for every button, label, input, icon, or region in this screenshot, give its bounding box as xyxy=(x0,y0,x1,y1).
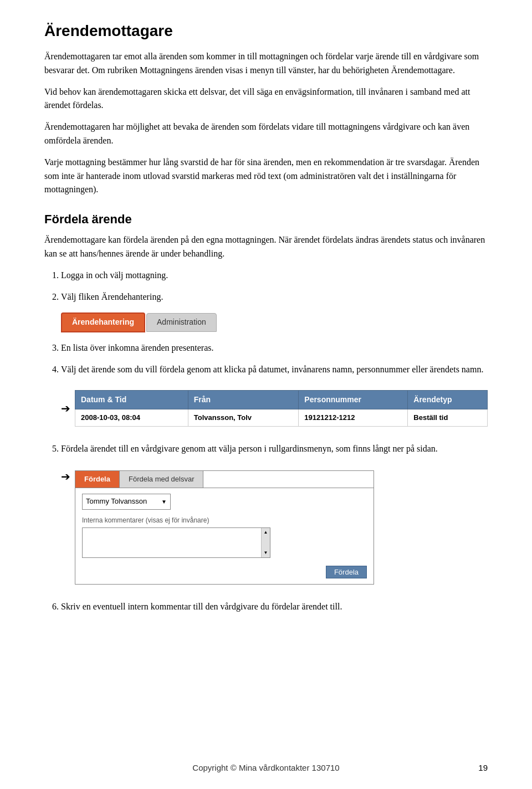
select-value: Tommy Tolvansson xyxy=(86,496,147,507)
fordela-bottom-row: Fördela xyxy=(82,566,367,578)
textarea-wrapper: ▲ ▼ xyxy=(82,527,270,558)
col-fran: Från xyxy=(188,390,298,409)
scroll-up-icon: ▲ xyxy=(264,529,268,536)
comment-textarea[interactable]: ▲ ▼ xyxy=(82,527,270,558)
fordela-select-row: Tommy Tolvansson ▼ xyxy=(82,494,367,509)
page-number: 19 xyxy=(478,763,488,772)
paragraph-3: Ärendemottagaren har möjlighet att bevak… xyxy=(44,120,488,148)
fordela-select[interactable]: Tommy Tolvansson ▼ xyxy=(82,494,171,509)
tab-screenshot: Ärendehantering Administration xyxy=(61,312,488,332)
tab-arendehantering: Ärendehantering xyxy=(61,312,145,332)
step-3: En lista över inkomna ärenden presentera… xyxy=(61,341,488,355)
fordela-widget: Fördela Fördela med delsvar Tommy Tolvan… xyxy=(75,470,374,585)
fordela-tab-delsvar[interactable]: Fördela med delsvar xyxy=(120,471,204,488)
cell-arendetyp: Beställ tid xyxy=(408,409,488,427)
dropdown-icon: ▼ xyxy=(161,498,167,506)
scrollbar: ▲ ▼ xyxy=(261,528,270,557)
page-title: Ärendemottagare xyxy=(44,22,488,40)
step-6: Skriv en eventuell intern kommentar till… xyxy=(61,600,488,614)
footer: Copyright © Mina vårdkontakter 130710 xyxy=(0,763,532,772)
fordela-submit-button[interactable]: Fördela xyxy=(326,566,367,578)
fordela-body: Tommy Tolvansson ▼ Interna kommentarer (… xyxy=(75,488,374,584)
copyright-text: Copyright © Mina vårdkontakter 130710 xyxy=(192,763,339,772)
step-2: Välj fliken Ärendehantering. Ärendehante… xyxy=(61,290,488,332)
cases-table: Datum & Tid Från Personnummer Ärendetyp … xyxy=(75,390,488,427)
step-5: Fördela ärendet till en vårdgivare genom… xyxy=(61,442,488,592)
cell-personnummer: 19121212-1212 xyxy=(299,409,408,427)
col-arendetyp: Ärendetyp xyxy=(408,390,488,409)
col-datum: Datum & Tid xyxy=(75,390,188,409)
col-personnummer: Personnummer xyxy=(299,390,408,409)
fordela-tab-active[interactable]: Fördela xyxy=(75,471,120,488)
tab-administration: Administration xyxy=(146,313,217,332)
step-1: Logga in och välj mottagning. xyxy=(61,269,488,283)
fordela-intro: Ärendemottagare kan fördela ärenden på d… xyxy=(44,233,488,261)
cell-fran: Tolvansson, Tolv xyxy=(188,409,298,427)
cell-datum: 2008-10-03, 08:04 xyxy=(75,409,188,427)
arrow-icon: ➔ xyxy=(61,400,70,417)
fordela-tabs: Fördela Fördela med delsvar xyxy=(75,471,374,488)
steps-list: Logga in och välj mottagning. Välj flike… xyxy=(61,269,488,614)
scroll-down-icon: ▼ xyxy=(264,550,268,556)
arrow-icon-2: ➔ xyxy=(61,468,70,485)
table-row: 2008-10-03, 08:04 Tolvansson, Tolv 19121… xyxy=(75,409,488,427)
paragraph-2: Vid behov kan ärendemottagaren skicka et… xyxy=(44,85,488,113)
fordela-box-container: ➔ Fördela Fördela med delsvar Tommy Tolv… xyxy=(61,463,488,592)
intro-paragraph: Ärendemottagaren tar emot alla ärenden s… xyxy=(44,50,488,78)
paragraph-4: Varje mottagning bestämmer hur lång svar… xyxy=(44,156,488,197)
comment-label: Interna kommentarer (visas ej för invåna… xyxy=(82,515,367,526)
page-content: Ärendemottagare Ärendemottagaren tar emo… xyxy=(0,0,532,666)
step-4: Välj det ärende som du vill fördela geno… xyxy=(61,363,488,435)
section-heading-fordela: Fördela ärende xyxy=(44,212,488,227)
table-screenshot-container: ➔ Datum & Tid Från Personnummer Ärendety… xyxy=(61,382,488,435)
